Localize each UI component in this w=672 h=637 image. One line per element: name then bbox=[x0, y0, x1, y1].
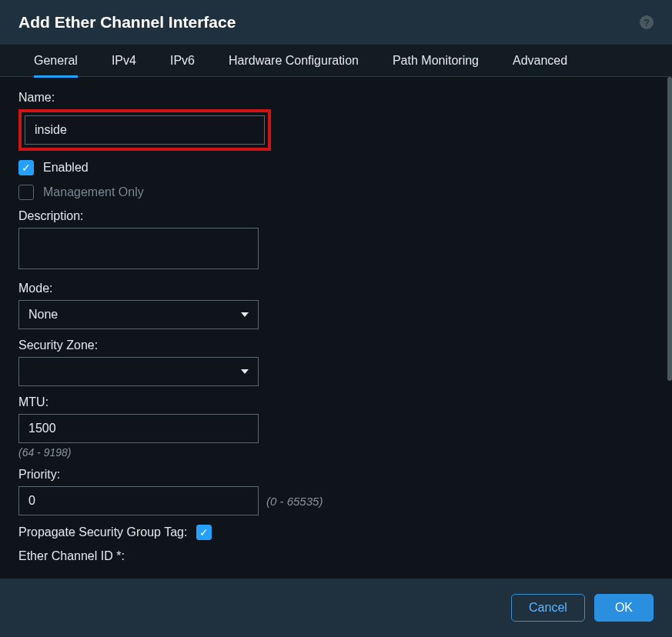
mode-label: Mode: bbox=[18, 282, 654, 295]
title-bar: Add Ether Channel Interface ? bbox=[0, 0, 672, 45]
description-label: Description: bbox=[18, 209, 654, 223]
security-zone-label: Security Zone: bbox=[18, 339, 654, 352]
help-icon[interactable]: ? bbox=[640, 15, 654, 29]
chevron-down-icon bbox=[241, 369, 249, 374]
propagate-label: Propagate Security Group Tag: bbox=[18, 525, 187, 539]
priority-label: Priority: bbox=[18, 468, 654, 482]
enabled-checkbox[interactable]: ✓ bbox=[18, 160, 34, 175]
ok-button[interactable]: OK bbox=[594, 594, 654, 622]
tab-ipv6[interactable]: IPv6 bbox=[170, 45, 195, 77]
management-only-label: Management Only bbox=[43, 185, 144, 199]
dialog-title: Add Ether Channel Interface bbox=[18, 13, 236, 32]
tab-ipv4[interactable]: IPv4 bbox=[112, 45, 136, 77]
tab-advanced[interactable]: Advanced bbox=[513, 45, 567, 77]
tab-hardware-configuration[interactable]: Hardware Configuration bbox=[229, 45, 359, 77]
tab-path-monitoring[interactable]: Path Monitoring bbox=[393, 45, 479, 77]
chevron-down-icon bbox=[241, 312, 249, 317]
mtu-input[interactable] bbox=[18, 414, 259, 443]
name-label: Name: bbox=[18, 91, 654, 105]
cancel-button[interactable]: Cancel bbox=[511, 594, 585, 622]
name-input[interactable] bbox=[25, 115, 265, 145]
mtu-hint: (64 - 9198) bbox=[18, 446, 654, 459]
priority-hint: (0 - 65535) bbox=[266, 495, 323, 508]
mode-select[interactable]: None bbox=[18, 300, 259, 329]
tab-general[interactable]: General bbox=[34, 45, 78, 77]
mode-value: None bbox=[28, 308, 58, 322]
content-area: Name: ✓ Enabled Management Only Descript… bbox=[0, 77, 672, 579]
dialog-footer: Cancel OK bbox=[0, 579, 672, 637]
scrollbar-thumb[interactable] bbox=[667, 77, 672, 381]
priority-input[interactable] bbox=[18, 486, 259, 515]
security-zone-select[interactable] bbox=[18, 357, 259, 386]
propagate-checkbox[interactable]: ✓ bbox=[196, 525, 212, 540]
mtu-label: MTU: bbox=[18, 395, 654, 409]
tab-bar: General IPv4 IPv6 Hardware Configuration… bbox=[0, 45, 672, 77]
description-input[interactable] bbox=[18, 228, 259, 269]
name-highlight bbox=[18, 109, 271, 151]
enabled-label: Enabled bbox=[43, 161, 89, 175]
ether-channel-id-label: Ether Channel ID *: bbox=[18, 549, 654, 563]
management-only-checkbox[interactable] bbox=[18, 185, 34, 200]
